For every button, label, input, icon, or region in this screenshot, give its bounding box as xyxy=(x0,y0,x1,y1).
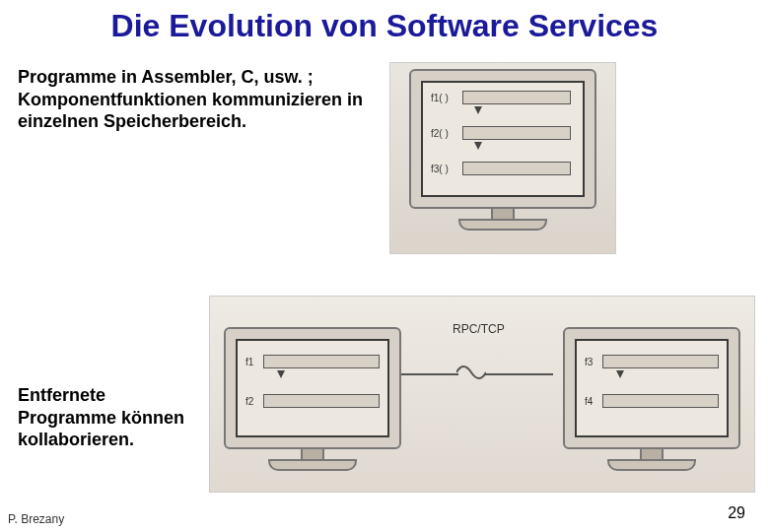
arrow-down-icon xyxy=(277,370,285,378)
function-label: f1 xyxy=(245,357,253,367)
arrow-down-icon xyxy=(616,370,624,378)
function-box xyxy=(462,91,571,104)
function-label: f4 xyxy=(585,396,593,407)
arrow-down-icon xyxy=(474,106,482,114)
monitor-left-icon: f1 f2 xyxy=(224,327,401,471)
rpc-label: RPC/TCP xyxy=(453,322,505,336)
row-1: Programme in Assembler, C, usw. ; Kompon… xyxy=(0,50,769,254)
connector-line-icon xyxy=(484,373,553,375)
footer-author: P. Brezany xyxy=(8,512,64,526)
slide-title: Die Evolution von Software Services xyxy=(0,0,769,50)
paragraph-2: Entfernete Programme können kollaboriere… xyxy=(18,384,195,451)
function-box xyxy=(602,394,719,408)
monitor-icon: f1( ) f2( ) f3( ) xyxy=(409,69,596,231)
function-label: f1( ) xyxy=(431,93,449,103)
figure-1: f1( ) f2( ) f3( ) xyxy=(389,62,616,254)
function-box xyxy=(462,126,571,140)
monitor-right-icon: f3 f4 xyxy=(563,327,740,471)
wave-icon xyxy=(456,364,486,381)
function-box xyxy=(263,394,380,408)
paragraph-1: Programme in Assembler, C, usw. ; Kompon… xyxy=(18,62,368,254)
figure-2: f1 f2 f3 f4 RPC/TCP xyxy=(209,296,755,493)
function-label: f2 xyxy=(245,396,253,407)
connector-line-icon xyxy=(401,373,458,375)
function-box xyxy=(462,162,571,175)
arrow-down-icon xyxy=(474,142,482,150)
function-label: f3( ) xyxy=(431,164,449,174)
function-label: f2( ) xyxy=(431,128,449,139)
footer-page-number: 29 xyxy=(728,504,745,522)
function-box xyxy=(602,355,719,368)
function-box xyxy=(263,355,380,368)
function-label: f3 xyxy=(585,357,593,367)
